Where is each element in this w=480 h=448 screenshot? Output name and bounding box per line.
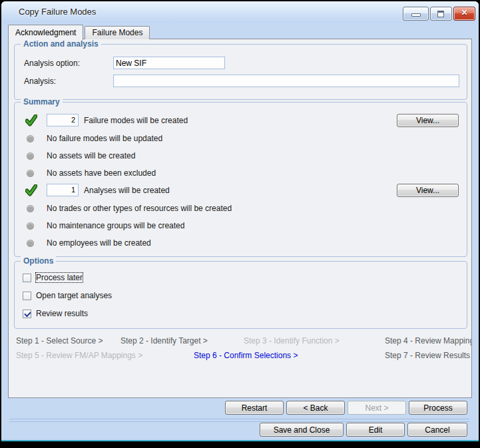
save-and-close-button[interactable]: Save and Close — [260, 423, 344, 437]
summary-text: No assets will be created — [47, 149, 135, 162]
summary-row: 1 Analyses will be created View... — [15, 184, 467, 197]
step-6-link[interactable]: Step 6 - Confirm Selections > — [194, 351, 298, 360]
bullet-icon — [27, 223, 33, 229]
view-failure-modes-button[interactable]: View... — [397, 114, 459, 127]
tab-failure-modes[interactable]: Failure Modes — [85, 26, 150, 39]
count-box: 1 — [47, 184, 79, 196]
summary-row: No employees will be created — [15, 236, 467, 250]
bullet-icon — [27, 240, 33, 246]
open-target-analyses-label[interactable]: Open target analyses — [36, 291, 112, 300]
step-1-link[interactable]: Step 1 - Select Source > — [16, 336, 103, 345]
step-7-link[interactable]: Step 7 - Review Results — [385, 351, 470, 360]
minimize-icon — [411, 13, 421, 17]
step-5-link: Step 5 - Review FM/AP Mappings > — [16, 351, 142, 360]
analysis-input[interactable] — [113, 75, 459, 87]
process-later-option[interactable]: Process later — [23, 272, 83, 283]
summary-row: No trades or other types of resources wi… — [15, 202, 467, 215]
copy-failure-modes-dialog: Copy Failure Modes ✕ Acknowledgment Fail… — [1, 1, 479, 441]
summary-row: No assets have been excluded — [15, 166, 467, 180]
review-results-checkbox[interactable] — [23, 310, 31, 318]
summary-text: No assets have been excluded — [47, 166, 156, 180]
summary-text: No trades or other types of resources wi… — [47, 202, 232, 215]
summary-text: Failure modes will be created — [84, 114, 188, 127]
caption-buttons: ✕ — [403, 7, 475, 21]
view-analyses-button[interactable]: View... — [397, 184, 459, 197]
process-button[interactable]: Process — [409, 401, 467, 415]
checkmark-icon — [24, 310, 31, 317]
count-box: 2 — [47, 114, 79, 126]
options-group-title: Options — [21, 256, 56, 266]
step-2-link[interactable]: Step 2 - Identify Target > — [120, 336, 208, 345]
action-and-analysis-group: Action and analysis Analysis option: Ana… — [14, 44, 467, 100]
window-title: Copy Failure Modes — [19, 7, 96, 17]
bullet-icon — [27, 153, 33, 159]
button-separator — [9, 419, 469, 422]
summary-row: 2 Failure modes will be created View... — [15, 114, 467, 127]
action-group-title: Action and analysis — [21, 39, 101, 49]
close-icon: ✕ — [454, 8, 475, 17]
analysis-option-label: Analysis option: — [24, 59, 80, 68]
titlebar[interactable]: Copy Failure Modes ✕ — [1, 1, 479, 23]
analysis-option-input[interactable] — [113, 57, 225, 69]
summary-text: No employees will be created — [47, 236, 151, 250]
tab-acknowledgment[interactable]: Acknowledgment — [8, 25, 83, 40]
step-3-link: Step 3 - Identify Function > — [244, 336, 340, 345]
process-later-checkbox[interactable] — [23, 274, 31, 282]
options-group: Options Process later Open target analys… — [14, 261, 467, 329]
next-button: Next > — [348, 401, 406, 415]
green-check-icon — [25, 184, 37, 196]
edit-button[interactable]: Edit — [346, 423, 405, 437]
analysis-label: Analysis: — [24, 77, 56, 86]
summary-row: No assets will be created — [15, 149, 467, 162]
back-button[interactable]: < Back — [286, 401, 345, 415]
tab-strip: Acknowledgment Failure Modes — [8, 24, 150, 39]
maximize-button[interactable] — [430, 7, 452, 21]
maximize-icon — [437, 11, 444, 17]
restart-button[interactable]: Restart — [225, 401, 284, 415]
review-results-label[interactable]: Review results — [36, 309, 88, 318]
summary-text: No maintenance groups will be created — [47, 219, 184, 232]
bullet-icon — [27, 206, 33, 212]
cancel-button[interactable]: Cancel — [407, 423, 467, 437]
green-check-icon — [25, 114, 37, 126]
summary-group: Summary 2 Failure modes will be created … — [14, 102, 467, 257]
process-later-label[interactable]: Process later — [36, 273, 83, 282]
open-target-analyses-checkbox[interactable] — [23, 292, 31, 300]
open-target-analyses-option[interactable]: Open target analyses — [23, 290, 112, 301]
summary-text: Analyses will be created — [84, 184, 170, 197]
summary-group-title: Summary — [21, 97, 63, 107]
acknowledgment-tab-page: Action and analysis Analysis option: Ana… — [8, 39, 472, 398]
minimize-button[interactable] — [403, 7, 429, 21]
review-results-option[interactable]: Review results — [23, 308, 88, 319]
summary-row: No failure modes will be updated — [15, 132, 467, 145]
bullet-icon — [27, 136, 33, 142]
summary-text: No failure modes will be updated — [47, 132, 162, 145]
step-4-link[interactable]: Step 4 - Review Mappings > — [385, 336, 472, 345]
close-button[interactable]: ✕ — [453, 7, 475, 21]
bullet-icon — [27, 170, 33, 176]
summary-row: No maintenance groups will be created — [15, 219, 467, 232]
